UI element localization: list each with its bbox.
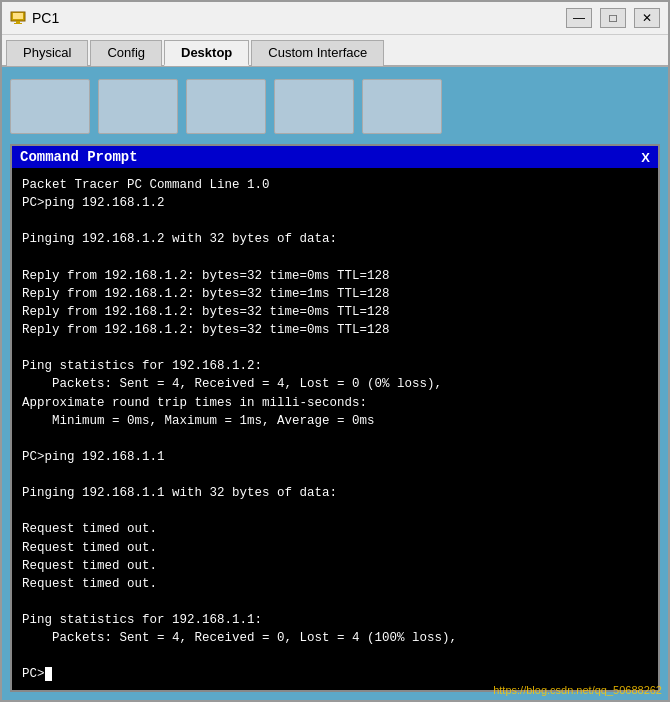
svg-rect-1	[13, 13, 23, 19]
desktop-content: Command Prompt X Packet Tracer PC Comman…	[2, 67, 668, 700]
desktop-icon-1[interactable]	[10, 79, 90, 134]
desktop-icon-4[interactable]	[274, 79, 354, 134]
tab-config[interactable]: Config	[90, 40, 162, 66]
command-prompt-window: Command Prompt X Packet Tracer PC Comman…	[10, 144, 660, 692]
desktop-icon-2[interactable]	[98, 79, 178, 134]
tab-bar: Physical Config Desktop Custom Interface	[2, 35, 668, 67]
svg-rect-2	[16, 21, 20, 23]
main-window: PC1 — □ ✕ Physical Config Desktop Custom…	[0, 0, 670, 702]
tab-physical[interactable]: Physical	[6, 40, 88, 66]
tab-custom-interface[interactable]: Custom Interface	[251, 40, 384, 66]
command-prompt-title-label: Command Prompt	[20, 149, 138, 165]
title-controls: — □ ✕	[566, 8, 660, 28]
title-bar: PC1 — □ ✕	[2, 2, 668, 35]
desktop-icon-5[interactable]	[362, 79, 442, 134]
pc-icon	[10, 10, 26, 26]
svg-rect-3	[14, 23, 22, 24]
command-prompt-body[interactable]: Packet Tracer PC Command Line 1.0 PC>pin…	[12, 168, 658, 690]
desktop-icon-bar	[10, 75, 660, 138]
command-prompt-title-bar: Command Prompt X	[12, 146, 658, 168]
minimize-button[interactable]: —	[566, 8, 592, 28]
title-bar-left: PC1	[10, 10, 59, 26]
desktop-icon-3[interactable]	[186, 79, 266, 134]
close-button[interactable]: ✕	[634, 8, 660, 28]
window-title: PC1	[32, 10, 59, 26]
tab-desktop[interactable]: Desktop	[164, 40, 249, 66]
maximize-button[interactable]: □	[600, 8, 626, 28]
command-prompt-close-button[interactable]: X	[641, 150, 650, 165]
